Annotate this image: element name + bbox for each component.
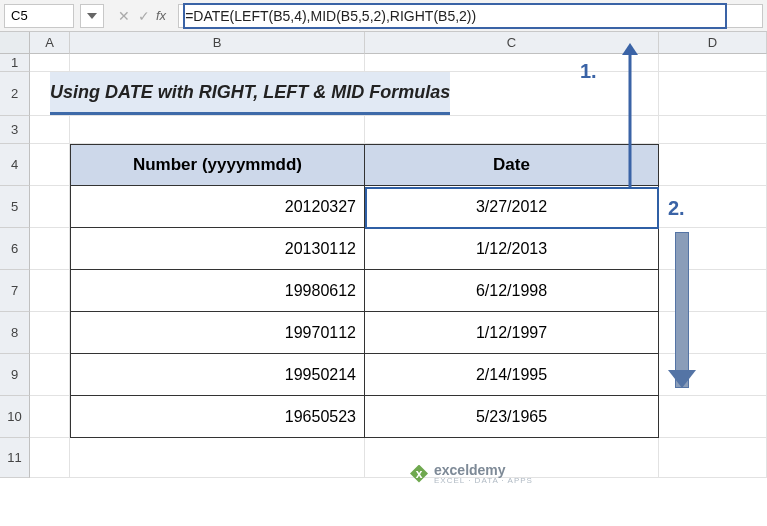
cell[interactable] bbox=[659, 116, 767, 144]
col-header[interactable]: B bbox=[70, 32, 365, 54]
cell[interactable] bbox=[365, 116, 659, 144]
row-header[interactable]: 2 bbox=[0, 72, 30, 116]
annotation-step-1: 1. bbox=[580, 60, 597, 83]
table-cell-date[interactable]: 6/12/1998 bbox=[365, 270, 659, 312]
name-box-value: C5 bbox=[11, 8, 28, 23]
cell[interactable] bbox=[30, 354, 70, 396]
name-box[interactable]: C5 bbox=[4, 4, 74, 28]
row-header[interactable]: 7 bbox=[0, 270, 30, 312]
formula-text: =DATE(LEFT(B5,4),MID(B5,5,2),RIGHT(B5,2)… bbox=[185, 8, 476, 24]
row-header[interactable]: 4 bbox=[0, 144, 30, 186]
row-header[interactable]: 6 bbox=[0, 228, 30, 270]
cell[interactable] bbox=[70, 438, 365, 478]
cancel-icon[interactable]: ✕ bbox=[116, 8, 132, 24]
row: 8 19970112 1/12/1997 bbox=[0, 312, 767, 354]
row-header[interactable]: 1 bbox=[0, 54, 30, 72]
fx-controls: ✕ ✓ fx bbox=[110, 8, 172, 24]
table-cell-num[interactable]: 19970112 bbox=[70, 312, 365, 354]
name-box-dropdown[interactable] bbox=[80, 4, 104, 28]
cell[interactable] bbox=[30, 228, 70, 270]
cell[interactable] bbox=[30, 116, 70, 144]
formula-input[interactable]: =DATE(LEFT(B5,4),MID(B5,5,2),RIGHT(B5,2)… bbox=[178, 4, 763, 28]
cell[interactable] bbox=[365, 54, 659, 72]
cell[interactable] bbox=[30, 186, 70, 228]
row-header[interactable]: 5 bbox=[0, 186, 30, 228]
table-header[interactable]: Date bbox=[365, 144, 659, 186]
cell[interactable] bbox=[30, 144, 70, 186]
table-cell-num[interactable]: 20120327 bbox=[70, 186, 365, 228]
table-cell-date[interactable]: 5/23/1965 bbox=[365, 396, 659, 438]
cell[interactable] bbox=[659, 72, 767, 116]
row: 5 20120327 3/27/2012 bbox=[0, 186, 767, 228]
row: 2 Using DATE with RIGHT, LEFT & MID Form… bbox=[0, 72, 767, 116]
row-header[interactable]: 8 bbox=[0, 312, 30, 354]
table-cell-date[interactable]: 1/12/2013 bbox=[365, 228, 659, 270]
annotation-arrow-up bbox=[620, 35, 640, 187]
column-headers: A B C D bbox=[0, 32, 767, 54]
col-header[interactable]: D bbox=[659, 32, 767, 54]
table-cell-num[interactable]: 19980612 bbox=[70, 270, 365, 312]
row: 4 Number (yyyymmdd) Date bbox=[0, 144, 767, 186]
row: 3 bbox=[0, 116, 767, 144]
row: 6 20130112 1/12/2013 bbox=[0, 228, 767, 270]
spreadsheet-grid: A B C D 1 2 Using DATE with RIGHT, LEFT … bbox=[0, 32, 767, 478]
cell[interactable] bbox=[659, 396, 767, 438]
formula-bar: C5 ✕ ✓ fx =DATE(LEFT(B5,4),MID(B5,5,2),R… bbox=[0, 0, 767, 32]
row: 7 19980612 6/12/1998 bbox=[0, 270, 767, 312]
row-header[interactable]: 10 bbox=[0, 396, 30, 438]
page-title: Using DATE with RIGHT, LEFT & MID Formul… bbox=[50, 72, 450, 115]
col-header[interactable]: A bbox=[30, 32, 70, 54]
table-cell-date[interactable]: 1/12/1997 bbox=[365, 312, 659, 354]
table-cell-num[interactable]: 19950214 bbox=[70, 354, 365, 396]
cell[interactable] bbox=[30, 270, 70, 312]
rows: 1 2 Using DATE with RIGHT, LEFT & MID Fo… bbox=[0, 54, 767, 478]
table-cell-date[interactable]: 3/27/2012 bbox=[365, 186, 659, 228]
watermark-text: exceldemy EXCEL · DATA · APPS bbox=[434, 462, 533, 485]
enter-icon[interactable]: ✓ bbox=[136, 8, 152, 24]
cell[interactable] bbox=[659, 54, 767, 72]
cell[interactable] bbox=[659, 144, 767, 186]
row: 9 19950214 2/14/1995 bbox=[0, 354, 767, 396]
row: 1 bbox=[0, 54, 767, 72]
annotation-step-2: 2. bbox=[668, 197, 685, 220]
row-header[interactable]: 11 bbox=[0, 438, 30, 478]
cell[interactable] bbox=[70, 54, 365, 72]
table-cell-date[interactable]: 2/14/1995 bbox=[365, 354, 659, 396]
watermark: exceldemy EXCEL · DATA · APPS bbox=[410, 462, 533, 485]
cell[interactable] bbox=[30, 438, 70, 478]
annotation-arrow-down bbox=[668, 232, 696, 402]
col-header[interactable]: C bbox=[365, 32, 659, 54]
cell[interactable] bbox=[30, 396, 70, 438]
table-header[interactable]: Number (yyyymmdd) bbox=[70, 144, 365, 186]
cell[interactable] bbox=[30, 312, 70, 354]
table-cell-num[interactable]: 20130112 bbox=[70, 228, 365, 270]
row-header[interactable]: 3 bbox=[0, 116, 30, 144]
row: 10 19650523 5/23/1965 bbox=[0, 396, 767, 438]
row-header[interactable]: 9 bbox=[0, 354, 30, 396]
title-cell[interactable]: Using DATE with RIGHT, LEFT & MID Formul… bbox=[30, 72, 659, 116]
table-cell-num[interactable]: 19650523 bbox=[70, 396, 365, 438]
chevron-down-icon bbox=[87, 13, 97, 19]
cell[interactable] bbox=[70, 116, 365, 144]
cell[interactable] bbox=[30, 54, 70, 72]
select-all-corner[interactable] bbox=[0, 32, 30, 54]
fx-icon[interactable]: fx bbox=[156, 8, 166, 23]
watermark-logo-icon bbox=[410, 465, 428, 483]
row: 11 bbox=[0, 438, 767, 478]
cell[interactable] bbox=[659, 438, 767, 478]
